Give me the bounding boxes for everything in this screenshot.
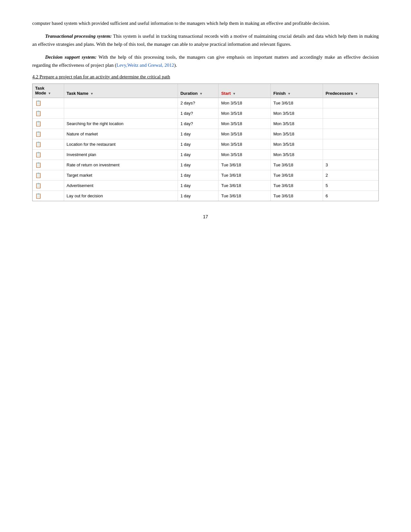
task-name-cell: Investment plan xyxy=(64,149,178,160)
table-row: 📋Advertisement1 dayTue 3/6/18Tue 3/6/185 xyxy=(33,180,378,191)
task-mode-cell: 📋 xyxy=(33,98,64,108)
finish-cell: Mon 3/5/18 xyxy=(271,118,323,129)
p3-citation[interactable]: Levy,Weitz and Grewal, 2012 xyxy=(116,63,174,68)
predecessors-cell xyxy=(323,118,378,129)
task-name-cell: Lay out for decision xyxy=(64,191,178,201)
table-row: 📋1 day?Mon 3/5/18Mon 3/5/18 xyxy=(33,108,378,118)
th-task-name[interactable]: Task Name ▼ xyxy=(64,84,178,98)
table-header-row: TaskMode ▼ Task Name ▼ Duration ▼ Start … xyxy=(33,84,378,98)
start-cell: Mon 3/5/18 xyxy=(219,118,271,129)
paragraph-1: computer based system which provided suf… xyxy=(32,19,379,28)
predecessors-cell: 3 xyxy=(323,160,378,170)
task-icon: 📋 xyxy=(35,100,42,106)
duration-cell: 1 day? xyxy=(178,108,219,118)
table-row: 📋Lay out for decision1 dayTue 3/6/18Tue … xyxy=(33,191,378,201)
th-task-name-arrow[interactable]: ▼ xyxy=(90,92,93,95)
th-finish[interactable]: Finish ▼ xyxy=(271,84,323,98)
duration-cell: 1 day xyxy=(178,139,219,149)
start-cell: Mon 3/5/18 xyxy=(219,98,271,108)
table-row: 📋Target market1 dayTue 3/6/18Tue 3/6/182 xyxy=(33,170,378,180)
th-finish-arrow[interactable]: ▼ xyxy=(288,92,291,95)
project-table: TaskMode ▼ Task Name ▼ Duration ▼ Start … xyxy=(33,84,378,201)
duration-cell: 1 day xyxy=(178,149,219,160)
task-icon: 📋 xyxy=(35,183,42,188)
p3-end: ). xyxy=(174,63,177,68)
finish-cell: Mon 3/5/18 xyxy=(271,108,323,118)
task-name-cell: Nature of market xyxy=(64,129,178,139)
finish-cell: Tue 3/6/18 xyxy=(271,98,323,108)
duration-cell: 1 day xyxy=(178,160,219,170)
th-duration[interactable]: Duration ▼ xyxy=(178,84,219,98)
duration-cell: 2 days? xyxy=(178,98,219,108)
start-cell: Tue 3/6/18 xyxy=(219,191,271,201)
page-content: computer based system which provided suf… xyxy=(32,19,379,219)
th-task-mode-label: TaskMode xyxy=(35,86,46,96)
duration-cell: 1 day xyxy=(178,129,219,139)
predecessors-cell xyxy=(323,98,378,108)
task-mode-cell: 📋 xyxy=(33,191,64,201)
table-row: 📋Nature of market1 dayMon 3/5/18Mon 3/5/… xyxy=(33,129,378,139)
task-name-cell: Advertisement xyxy=(64,180,178,191)
th-start-label: Start xyxy=(221,91,231,96)
th-predecessors-label: Predecessors xyxy=(326,91,353,96)
task-mode-cell: 📋 xyxy=(33,149,64,160)
th-predecessors[interactable]: Predecessors ▼ xyxy=(323,84,378,98)
predecessors-cell: 2 xyxy=(323,170,378,180)
task-mode-cell: 📋 xyxy=(33,108,64,118)
task-name-cell xyxy=(64,108,178,118)
duration-cell: 1 day xyxy=(178,170,219,180)
task-icon: 📋 xyxy=(35,131,42,137)
section-heading: 4.2 Prepare a project plan for an activi… xyxy=(32,74,379,80)
th-predecessors-arrow[interactable]: ▼ xyxy=(355,92,358,95)
p3-label: Decision support system: xyxy=(45,54,96,60)
th-duration-arrow[interactable]: ▼ xyxy=(200,92,203,95)
project-table-wrapper: TaskMode ▼ Task Name ▼ Duration ▼ Start … xyxy=(32,84,379,201)
predecessors-cell xyxy=(323,139,378,149)
p2-label: Transactional processing system: xyxy=(45,34,112,39)
paragraph-3: Decision support system: With the help o… xyxy=(32,53,379,70)
table-row: 📋Investment plan1 dayMon 3/5/18Mon 3/5/1… xyxy=(33,149,378,160)
predecessors-cell xyxy=(323,149,378,160)
paragraph-2: Transactional processing system: This sy… xyxy=(32,32,379,49)
task-name-cell: Location for the restaurant xyxy=(64,139,178,149)
table-body: 📋2 days?Mon 3/5/18Tue 3/6/18📋1 day?Mon 3… xyxy=(33,98,378,201)
finish-cell: Mon 3/5/18 xyxy=(271,149,323,160)
start-cell: Mon 3/5/18 xyxy=(219,108,271,118)
task-mode-cell: 📋 xyxy=(33,160,64,170)
predecessors-cell xyxy=(323,108,378,118)
table-row: 📋2 days?Mon 3/5/18Tue 3/6/18 xyxy=(33,98,378,108)
task-name-cell: Rate of return on investment xyxy=(64,160,178,170)
finish-cell: Tue 3/6/18 xyxy=(271,191,323,201)
predecessors-cell: 6 xyxy=(323,191,378,201)
th-task-mode-arrow[interactable]: ▼ xyxy=(48,92,51,95)
th-finish-label: Finish xyxy=(273,91,286,96)
task-mode-cell: 📋 xyxy=(33,118,64,129)
task-icon: 📋 xyxy=(35,172,42,178)
finish-cell: Mon 3/5/18 xyxy=(271,129,323,139)
predecessors-cell: 5 xyxy=(323,180,378,191)
task-icon: 📋 xyxy=(35,162,42,168)
finish-cell: Tue 3/6/18 xyxy=(271,160,323,170)
task-icon: 📋 xyxy=(35,152,42,157)
duration-cell: 1 day xyxy=(178,180,219,191)
task-icon: 📋 xyxy=(35,111,42,116)
table-row: 📋Searching for the right location1 day?M… xyxy=(33,118,378,129)
task-icon: 📋 xyxy=(35,142,42,147)
task-mode-cell: 📋 xyxy=(33,180,64,191)
th-start[interactable]: Start ▼ xyxy=(219,84,271,98)
task-mode-cell: 📋 xyxy=(33,129,64,139)
task-mode-cell: 📋 xyxy=(33,139,64,149)
duration-cell: 1 day xyxy=(178,191,219,201)
th-duration-label: Duration xyxy=(181,91,198,96)
th-task-mode[interactable]: TaskMode ▼ xyxy=(33,84,64,98)
start-cell: Mon 3/5/18 xyxy=(219,139,271,149)
th-start-arrow[interactable]: ▼ xyxy=(232,92,236,95)
finish-cell: Mon 3/5/18 xyxy=(271,139,323,149)
finish-cell: Tue 3/6/18 xyxy=(271,170,323,180)
predecessors-cell xyxy=(323,129,378,139)
start-cell: Mon 3/5/18 xyxy=(219,149,271,160)
table-row: 📋Location for the restaurant1 dayMon 3/5… xyxy=(33,139,378,149)
th-task-name-label: Task Name xyxy=(67,91,89,96)
start-cell: Tue 3/6/18 xyxy=(219,160,271,170)
page-number: 17 xyxy=(32,214,379,219)
